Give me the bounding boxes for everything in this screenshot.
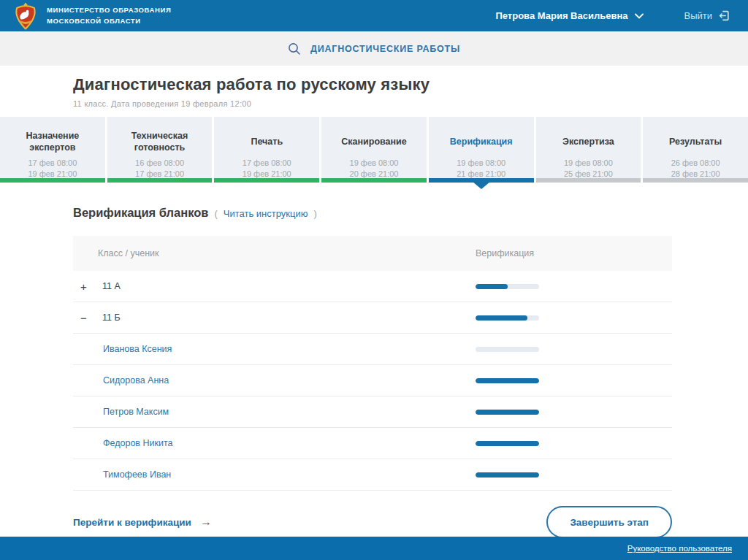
row-left-cell: Тимофеев Иван — [73, 469, 476, 480]
chevron-down-icon — [635, 13, 644, 19]
section-head: Верификация бланков ( Читать инструкцию … — [73, 206, 672, 220]
step-label: Техническая готовность — [113, 126, 207, 158]
app-footer: Руководство пользователя — [0, 537, 748, 560]
section-title: Верификация бланков — [73, 206, 209, 220]
table-row: Тимофеев Иван — [73, 459, 672, 491]
row-left-cell: Петров Максим — [73, 407, 476, 417]
step-status-bar — [536, 178, 641, 183]
search-icon — [288, 42, 301, 55]
row-verification-cell — [476, 410, 672, 415]
student-name-link[interactable]: Сидорова Анна — [103, 375, 169, 386]
actions-bar: Перейти к верификации → Завершить этап — [73, 506, 672, 538]
read-instruction-link[interactable]: Читать инструкцию — [224, 208, 308, 219]
step-status-bar — [321, 178, 427, 183]
app-window: МИНИСТЕРСТВО ОБРАЗОВАНИЯ МОСКОВСКОЙ ОБЛА… — [0, 0, 748, 560]
go-to-verification-link[interactable]: Перейти к верификации → — [73, 515, 212, 529]
verification-progress-track — [476, 472, 539, 477]
nav-search-bar[interactable]: ДИАГНОСТИЧЕСКИЕ РАБОТЫ — [0, 31, 748, 66]
stepper-step-1[interactable]: Техническая готовность16 фев 08:0017 фев… — [107, 117, 213, 183]
org-name-line2: МОСКОВСКОЙ ОБЛАСТИ — [47, 16, 171, 27]
go-to-verification-label: Перейти к верификации — [73, 517, 191, 528]
step-date-start: 19 фев 08:00 — [327, 158, 421, 169]
table-header: Класс / ученик Верификация — [73, 236, 672, 271]
stepper-step-3[interactable]: Сканирование19 фев 08:0020 фев 21:00 — [321, 117, 427, 183]
table-body: +11 А−11 БИванова КсенияСидорова АннаПет… — [73, 271, 672, 491]
step-label: Печать — [220, 126, 313, 158]
row-left-cell: Сидорова Анна — [73, 375, 476, 386]
verification-progress-track — [476, 378, 539, 383]
stepper-step-6[interactable]: Результаты26 фев 08:0028 фев 21:00 — [643, 117, 748, 183]
step-dates: 19 фев 08:0021 фев 21:00 — [435, 158, 528, 180]
page-head: Диагностическая работа по русскому языку… — [0, 66, 748, 117]
class-label: 11 Б — [102, 312, 121, 323]
step-status-bar — [107, 178, 213, 183]
stepper-step-5[interactable]: Экспертиза19 фев 08:0025 фев 21:00 — [536, 117, 641, 183]
step-dates: 17 фев 08:0019 фев 21:00 — [220, 158, 313, 180]
row-verification-cell — [476, 378, 672, 383]
verification-progress-fill — [476, 410, 539, 415]
stepper-step-4[interactable]: Верификация19 фев 08:0021 фев 21:00 — [429, 117, 534, 183]
active-step-caret — [473, 182, 490, 189]
step-label: Верификация — [435, 126, 528, 158]
student-name-link[interactable]: Федоров Никита — [103, 438, 172, 448]
user-menu[interactable]: Петрова Мария Васильевна — [495, 10, 643, 21]
verification-progress-fill — [476, 441, 539, 446]
verification-progress-track — [476, 315, 539, 321]
user-name: Петрова Мария Васильевна — [495, 10, 627, 21]
verification-progress-fill — [476, 284, 508, 289]
logout-button[interactable]: Выйти — [684, 9, 731, 22]
collapse-icon[interactable]: − — [80, 312, 102, 323]
verification-progress-track — [476, 410, 539, 415]
step-label: Сканирование — [327, 126, 421, 158]
table-row: Иванова Ксения — [73, 334, 672, 365]
step-dates: 19 фев 08:0020 фев 21:00 — [327, 158, 421, 180]
step-date-start: 26 фев 08:00 — [649, 158, 742, 169]
step-dates: 19 фев 08:0025 фев 21:00 — [542, 158, 636, 180]
app-header: МИНИСТЕРСТВО ОБРАЗОВАНИЯ МОСКОВСКОЙ ОБЛА… — [0, 0, 748, 31]
step-status-bar — [214, 178, 319, 183]
step-dates: 17 фев 08:0019 фев 21:00 — [6, 158, 99, 180]
finish-stage-button[interactable]: Завершить этап — [546, 506, 672, 538]
table-row: Сидорова Анна — [73, 365, 672, 396]
verification-progress-fill — [476, 378, 539, 383]
row-verification-cell — [476, 441, 672, 446]
row-verification-cell — [476, 315, 672, 321]
step-date-start: 17 фев 08:00 — [6, 158, 99, 169]
logout-label: Выйти — [684, 10, 713, 21]
step-status-bar — [643, 178, 748, 183]
verification-progress-track — [476, 347, 539, 352]
expand-icon[interactable]: + — [80, 281, 102, 292]
coat-of-arms-logo — [13, 2, 38, 30]
user-manual-link[interactable]: Руководство пользователя — [627, 544, 732, 553]
verification-progress-track — [476, 441, 539, 446]
diagnostic-works-link[interactable]: ДИАГНОСТИЧЕСКИЕ РАБОТЫ — [310, 44, 460, 54]
student-name-link[interactable]: Петров Максим — [103, 407, 169, 417]
row-left-cell: +11 А — [73, 281, 476, 292]
step-date-start: 19 фев 08:00 — [542, 158, 636, 169]
page-title: Диагностическая работа по русскому языку — [73, 75, 748, 94]
row-left-cell: Федоров Никита — [73, 438, 476, 448]
column-verification: Верификация — [476, 248, 672, 258]
step-status-bar — [0, 178, 105, 183]
step-dates: 16 фев 08:0017 фев 21:00 — [113, 158, 207, 180]
stepper-step-2[interactable]: Печать17 фев 08:0019 фев 21:00 — [214, 117, 319, 183]
page-subtitle: 11 класс. Дата проведения 19 февраля 12:… — [73, 99, 748, 108]
class-label: 11 А — [102, 281, 121, 291]
stepper-step-0[interactable]: Назначение экспертов17 фев 08:0019 фев 2… — [0, 117, 105, 183]
row-verification-cell — [476, 284, 672, 289]
row-left-cell: Иванова Ксения — [73, 344, 476, 354]
ministry-brand: МИНИСТЕРСТВО ОБРАЗОВАНИЯ МОСКОВСКОЙ ОБЛА… — [13, 2, 171, 30]
student-name-link[interactable]: Тимофеев Иван — [103, 469, 171, 480]
step-label: Назначение экспертов — [6, 126, 99, 158]
header-right: Петрова Мария Васильевна Выйти — [495, 9, 730, 22]
table-row: Петров Максим — [73, 396, 672, 428]
table-row: +11 А — [73, 271, 672, 302]
step-date-start: 17 фев 08:00 — [220, 158, 313, 169]
paren-close: ) — [314, 208, 317, 219]
main-content: Верификация бланков ( Читать инструкцию … — [0, 183, 748, 538]
verification-progress-fill — [476, 315, 527, 321]
table-row: −11 Б — [73, 302, 672, 334]
student-name-link[interactable]: Иванова Ксения — [103, 344, 172, 354]
arrow-right-icon: → — [200, 515, 212, 529]
step-label: Экспертиза — [542, 126, 636, 158]
